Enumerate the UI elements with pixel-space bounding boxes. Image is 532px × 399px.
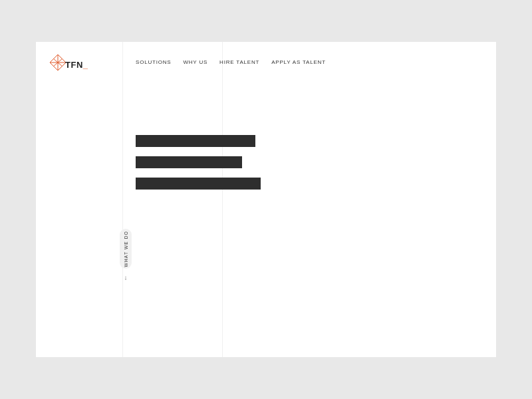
logo[interactable]: TFN _ — [48, 53, 88, 72]
logo-accent: _ — [83, 60, 88, 70]
headline-bar — [136, 178, 261, 190]
nav-apply-as-talent[interactable]: APPLY AS TALENT — [271, 59, 326, 65]
headline-bar — [136, 135, 255, 147]
nav-hire-talent[interactable]: HIRE TALENT — [219, 59, 259, 65]
scroll-cue[interactable]: WHAT WE DO ↓ — [120, 221, 132, 281]
arrow-down-icon: ↓ — [124, 274, 128, 281]
grid-line — [222, 42, 223, 357]
nav-why-us[interactable]: WHY US — [183, 59, 207, 65]
main-nav: SOLUTIONS WHY US HIRE TALENT APPLY AS TA… — [136, 59, 326, 65]
logo-text: TFN — [65, 60, 83, 70]
page: TFN _ SOLUTIONS WHY US HIRE TALENT APPLY… — [36, 42, 496, 357]
hero-headline-placeholder — [136, 135, 261, 199]
grid-line — [122, 42, 123, 357]
scroll-cue-label: WHAT WE DO — [124, 231, 128, 267]
scroll-cue-pill: WHAT WE DO — [120, 229, 132, 269]
headline-bar — [136, 156, 242, 168]
nav-solutions[interactable]: SOLUTIONS — [136, 59, 171, 65]
